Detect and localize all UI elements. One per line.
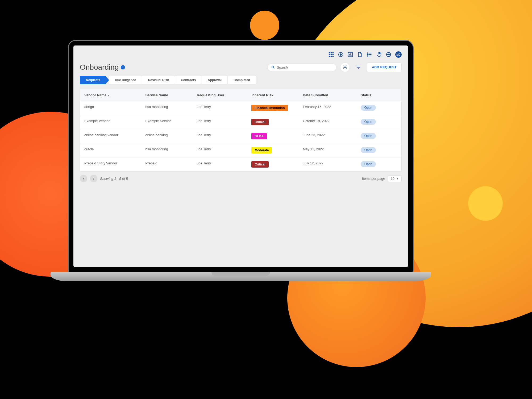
cell-status: Open [356, 143, 401, 157]
table-footer: ‹ › Showing 1 - 5 of 5 Items per page 10… [78, 172, 403, 185]
svg-point-13 [367, 56, 368, 56]
cell-risk: Financial Institution [247, 101, 298, 115]
filter-button[interactable] [354, 63, 363, 72]
svg-point-16 [344, 67, 346, 68]
cell-status: Open [356, 157, 401, 171]
globe-icon[interactable] [386, 52, 392, 57]
tab-residual-risk[interactable]: Residual Risk [142, 76, 175, 84]
table-row[interactable]: Prepaid Story VendorPrepaidJoe TerryCrit… [80, 157, 401, 171]
svg-rect-3 [329, 54, 330, 55]
page-title: Onboarding i [80, 63, 125, 72]
tab-completed[interactable]: Completed [227, 76, 256, 84]
gear-icon [343, 65, 347, 70]
status-pill[interactable]: Open [361, 105, 376, 111]
table-header: Vendor Name▲ Service Name Requesting Use… [80, 89, 401, 101]
document-icon[interactable] [357, 52, 363, 57]
col-vendor[interactable]: Vendor Name▲ [80, 89, 141, 101]
cell-user: Joe Terry [193, 157, 247, 171]
table-row[interactable]: abrigobsa monitoringJoe TerryFinancial I… [80, 101, 401, 115]
risk-badge: Critical [251, 119, 269, 125]
cell-vendor: Example Vendor [80, 115, 141, 129]
cell-status: Open [356, 129, 401, 143]
cell-user: Joe Terry [193, 115, 247, 129]
pager-prev-button[interactable]: ‹ [80, 175, 87, 182]
chart-icon[interactable] [347, 52, 353, 57]
add-request-button[interactable]: ADD REQUEST [367, 63, 402, 72]
hand-icon[interactable] [376, 52, 382, 57]
table-row[interactable]: Example VendorExample ServiceJoe TerryCr… [80, 115, 401, 129]
cell-risk: GLBA [247, 129, 298, 143]
cell-status: Open [356, 115, 401, 129]
page-header: Onboarding i [78, 63, 403, 76]
cell-service: online banking [141, 129, 193, 143]
cell-vendor: oracle [80, 143, 141, 157]
apps-grid-icon[interactable] [328, 52, 334, 57]
svg-point-12 [367, 54, 368, 55]
risk-badge: Critical [251, 161, 269, 168]
cell-vendor: abrigo [80, 101, 141, 115]
status-pill[interactable]: Open [361, 133, 376, 139]
risk-badge: Financial Institution [251, 105, 288, 111]
tab-approval[interactable]: Approval [202, 76, 228, 84]
svg-rect-1 [331, 52, 332, 53]
cell-user: Joe Terry [193, 129, 247, 143]
cell-date: June 23, 2022 [298, 129, 356, 143]
chevron-left-icon: ‹ [83, 176, 84, 181]
tab-contracts[interactable]: Contracts [175, 76, 202, 84]
svg-point-15 [272, 66, 274, 68]
cell-date: July 12, 2022 [298, 157, 356, 171]
cell-date: October 19, 2022 [298, 115, 356, 129]
status-pill[interactable]: Open [361, 119, 376, 125]
cell-risk: Critical [247, 115, 298, 129]
cell-service: Prepaid [141, 157, 193, 171]
svg-rect-0 [329, 52, 330, 53]
cell-service: bsa monitoring [141, 143, 193, 157]
col-user[interactable]: Requesting User [193, 89, 247, 101]
search-input[interactable] [277, 65, 332, 69]
cell-service: bsa monitoring [141, 101, 193, 115]
status-pill[interactable]: Open [361, 147, 376, 153]
col-risk[interactable]: Inherent Risk [247, 89, 298, 101]
svg-rect-7 [331, 56, 332, 57]
play-circle-icon[interactable] [338, 52, 344, 57]
top-iconbar: MC [78, 50, 403, 63]
svg-rect-6 [329, 56, 330, 57]
risk-badge: Moderate [251, 147, 272, 153]
requests-table: Vendor Name▲ Service Name Requesting Use… [80, 89, 402, 172]
svg-rect-4 [331, 54, 332, 55]
svg-rect-5 [332, 54, 334, 55]
col-service[interactable]: Service Name [141, 89, 193, 101]
filter-icon [356, 65, 361, 70]
svg-rect-8 [332, 56, 334, 57]
pager-showing-text: Showing 1 - 5 of 5 [100, 177, 128, 181]
user-avatar[interactable]: MC [395, 51, 402, 58]
tab-due-diligence[interactable]: Due Diligence [109, 76, 142, 84]
table-row[interactable]: oraclebsa monitoringJoe TerryModerateMay… [80, 143, 401, 157]
col-date[interactable]: Date Submitted [298, 89, 356, 101]
sort-asc-icon: ▲ [107, 94, 110, 97]
cell-status: Open [356, 101, 401, 115]
info-icon[interactable]: i [121, 65, 125, 69]
col-status[interactable]: Status [356, 89, 401, 101]
svg-point-11 [367, 53, 368, 53]
pager-next-button[interactable]: › [90, 175, 97, 182]
search-field[interactable] [267, 64, 336, 71]
status-pill[interactable]: Open [361, 161, 376, 167]
cell-risk: Critical [247, 157, 298, 171]
cell-service: Example Service [141, 115, 193, 129]
workflow-tabs: RequestsDue DiligenceResidual RiskContra… [78, 76, 403, 89]
list-icon[interactable] [367, 52, 372, 57]
cell-user: Joe Terry [193, 143, 247, 157]
items-per-page-label: Items per page [362, 177, 385, 181]
cell-date: February 15, 2022 [298, 101, 356, 115]
risk-badge: GLBA [251, 133, 267, 139]
cell-risk: Moderate [247, 143, 298, 157]
svg-rect-2 [332, 52, 334, 53]
app-screen: MC Onboarding i [73, 45, 408, 267]
items-per-page-select[interactable]: 10 ▼ [388, 175, 402, 182]
chevron-down-icon: ▼ [396, 177, 399, 180]
table-row[interactable]: online banking vendoronline bankingJoe T… [80, 129, 401, 143]
cell-user: Joe Terry [193, 101, 247, 115]
tab-requests[interactable]: Requests [80, 76, 109, 84]
settings-button[interactable] [340, 63, 350, 72]
